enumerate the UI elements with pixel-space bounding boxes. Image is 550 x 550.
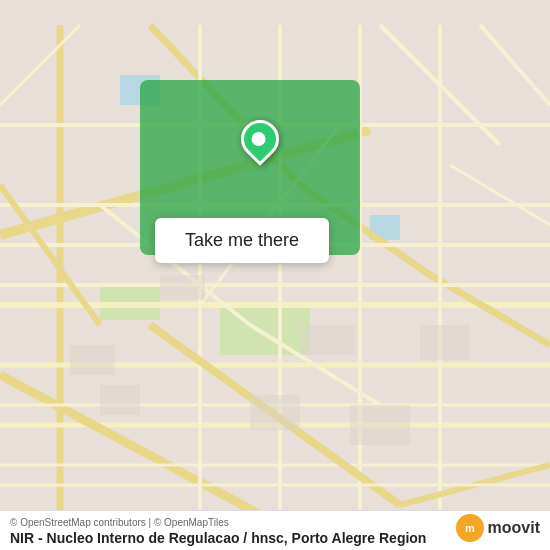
location-pin-icon: [240, 120, 280, 170]
svg-text:m: m: [465, 522, 475, 534]
bottom-info-bar: © OpenStreetMap contributors | © OpenMap…: [0, 510, 550, 550]
svg-rect-41: [70, 345, 115, 375]
cta-button-wrapper: Take me there: [155, 218, 329, 263]
svg-rect-38: [100, 385, 140, 415]
svg-rect-40: [350, 405, 410, 445]
take-me-there-button[interactable]: Take me there: [155, 218, 329, 263]
svg-rect-37: [300, 325, 355, 355]
moovit-text: moovit: [488, 519, 540, 537]
svg-rect-42: [250, 395, 300, 430]
moovit-icon: m: [456, 514, 484, 542]
moovit-logo: m moovit: [456, 514, 540, 542]
map-container: Take me there © OpenStreetMap contributo…: [0, 0, 550, 550]
svg-rect-39: [420, 325, 470, 360]
svg-rect-36: [160, 275, 205, 300]
